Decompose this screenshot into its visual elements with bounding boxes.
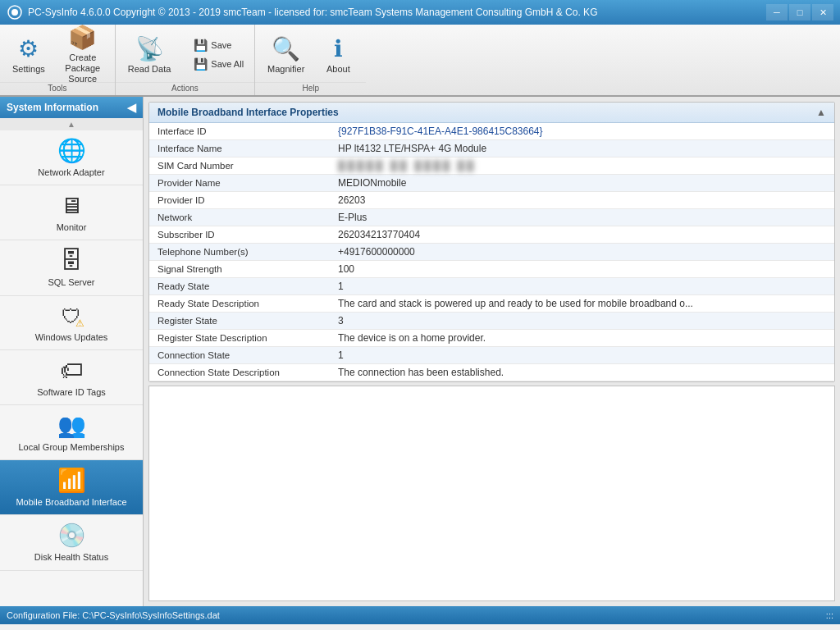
magnifier-button[interactable]: 🔍 Magnifier	[258, 28, 313, 80]
read-data-icon: 📡	[135, 35, 164, 62]
panel-header: Mobile Broadband Interface Properties ▲	[149, 103, 834, 123]
sidebar-scroll-up[interactable]: ▲	[0, 118, 143, 130]
property-key-2: SIM Card Number	[149, 158, 330, 175]
save-icon: 💾	[194, 39, 208, 52]
app-icon	[7, 4, 23, 21]
property-key-13: Connection State	[149, 347, 330, 364]
lower-panel	[148, 386, 835, 601]
property-key-10: Ready State Description	[149, 295, 330, 313]
maximize-button[interactable]: □	[789, 4, 810, 21]
property-key-3: Provider Name	[149, 175, 330, 192]
property-value-6: 262034213770404	[330, 226, 834, 244]
minimize-button[interactable]: ─	[766, 4, 788, 21]
create-package-button[interactable]: 📦 Create Package Source	[54, 28, 112, 80]
sidebar-items-list: 🌐 Network Adapter 🖥 Monitor 🗄 SQL Server…	[0, 130, 143, 606]
toolbar-help-group: 🔍 Magnifier ℹ About Help	[255, 25, 366, 95]
status-text: Configuration File: C:\PC-SysInfo\SysInf…	[7, 610, 220, 620]
property-key-14: Connection State Description	[149, 364, 330, 381]
sql-server-label: SQL Server	[48, 277, 94, 288]
property-key-0: Interface ID	[149, 123, 330, 140]
read-data-label: Read Data	[128, 64, 171, 74]
sidebar-item-local-group-memberships[interactable]: 👥 Local Group Memberships	[0, 405, 143, 460]
property-value-12: The device is on a home provider.	[330, 330, 834, 347]
sidebar-item-software-id-tags[interactable]: 🏷 Software ID Tags	[0, 350, 143, 405]
about-icon: ℹ	[334, 35, 343, 62]
property-value-2: █████ ██ ████ ██	[330, 158, 834, 175]
property-value-3: MEDIONmobile	[330, 175, 834, 192]
sidebar-item-windows-updates[interactable]: 🛡⚠ Windows Updates	[0, 296, 143, 350]
save-all-icon: 💾	[194, 57, 208, 71]
tools-group-label: Tools	[0, 82, 115, 95]
save-button[interactable]: 💾 Save	[186, 36, 251, 54]
sidebar-item-mobile-broadband[interactable]: 📶 Mobile Broadband Interface	[0, 460, 143, 515]
create-package-label: Create Package Source	[63, 52, 103, 85]
network-adapter-label: Network Adapter	[38, 167, 104, 178]
window-title: PC-SysInfo 4.6.0.0 Copyright © 2013 - 20…	[28, 7, 766, 18]
property-value-7: +4917600000000	[330, 244, 834, 261]
help-group-label: Help	[255, 82, 366, 95]
properties-table: Interface ID{927F1B38-F91C-41EA-A4E1-986…	[149, 123, 834, 381]
toolbar-tools-group: ⚙ Settings 📦 Create Package Source Tools	[0, 25, 116, 95]
property-value-10: The card and stack is powered up and rea…	[330, 295, 834, 313]
create-package-icon: 📦	[68, 24, 97, 51]
windows-updates-icon: 🛡⚠	[62, 303, 81, 329]
property-value-1: HP lt4132 LTE/HSPA+ 4G Module	[330, 140, 834, 158]
property-value-5: E-Plus	[330, 209, 834, 226]
property-value-9: 1	[330, 278, 834, 295]
sql-server-icon: 🗄	[60, 247, 83, 274]
toolbar: ⚙ Settings 📦 Create Package Source Tools…	[0, 25, 840, 97]
save-all-button[interactable]: 💾 Save All	[186, 55, 251, 73]
property-value-8: 100	[330, 261, 834, 278]
read-data-button[interactable]: 📡 Read Data	[119, 28, 180, 80]
property-value-4: 26203	[330, 192, 834, 209]
save-all-label: Save All	[211, 59, 244, 69]
property-value-0: {927F1B38-F91C-41EA-A4E1-986415C83664}	[330, 123, 834, 140]
sidebar-item-sql-server[interactable]: 🗄 SQL Server	[0, 240, 143, 295]
property-key-11: Register State	[149, 313, 330, 330]
settings-button[interactable]: ⚙ Settings	[3, 28, 54, 80]
mobile-broadband-icon: 📶	[57, 467, 86, 494]
status-indicator: :::	[826, 610, 833, 620]
toolbar-actions-group: 📡 Read Data 💾 Save 💾 Save All Actions	[116, 25, 255, 95]
settings-label: Settings	[12, 64, 45, 74]
property-key-4: Provider ID	[149, 192, 330, 209]
sidebar: System Information ◀ ▲ 🌐 Network Adapter…	[0, 97, 144, 606]
magnifier-icon: 🔍	[272, 35, 300, 62]
local-group-icon: 👥	[57, 412, 86, 439]
status-bar: Configuration File: C:\PC-SysInfo\SysInf…	[0, 606, 840, 624]
save-label: Save	[211, 40, 231, 50]
property-key-6: Subscriber ID	[149, 226, 330, 244]
disk-health-icon: 💿	[57, 522, 86, 549]
panel-title: Mobile Broadband Interface Properties	[158, 107, 339, 118]
property-key-8: Signal Strength	[149, 261, 330, 278]
close-button[interactable]: ✕	[812, 4, 833, 21]
property-key-1: Interface Name	[149, 140, 330, 158]
magnifier-label: Magnifier	[267, 64, 304, 74]
local-group-label: Local Group Memberships	[18, 442, 124, 453]
windows-updates-label: Windows Updates	[35, 332, 108, 343]
panel-scroll-up[interactable]: ▲	[816, 107, 826, 118]
sidebar-header: System Information ◀	[0, 97, 143, 118]
about-button[interactable]: ℹ About	[313, 28, 363, 80]
software-id-tags-icon: 🏷	[60, 357, 83, 384]
actions-group-label: Actions	[116, 82, 254, 95]
sidebar-item-monitor[interactable]: 🖥 Monitor	[0, 185, 143, 240]
property-key-9: Ready State	[149, 278, 330, 295]
property-key-12: Register State Description	[149, 330, 330, 347]
sidebar-item-disk-health[interactable]: 💿 Disk Health Status	[0, 515, 143, 570]
about-label: About	[326, 64, 350, 74]
property-key-7: Telephone Number(s)	[149, 244, 330, 261]
property-value-11: 3	[330, 313, 834, 330]
sidebar-collapse-button[interactable]: ◀	[127, 101, 136, 114]
properties-panel: Mobile Broadband Interface Properties ▲ …	[148, 102, 835, 382]
disk-health-label: Disk Health Status	[34, 552, 108, 563]
sidebar-item-network-adapter[interactable]: 🌐 Network Adapter	[0, 130, 143, 185]
sidebar-title: System Information	[7, 102, 98, 113]
network-adapter-icon: 🌐	[57, 137, 86, 164]
title-bar: PC-SysInfo 4.6.0.0 Copyright © 2013 - 20…	[0, 0, 840, 25]
save-actions: 💾 Save 💾 Save All	[186, 36, 251, 73]
content-area: Mobile Broadband Interface Properties ▲ …	[144, 97, 840, 606]
monitor-label: Monitor	[57, 222, 87, 233]
svg-point-1	[11, 9, 18, 16]
monitor-icon: 🖥	[60, 192, 83, 219]
